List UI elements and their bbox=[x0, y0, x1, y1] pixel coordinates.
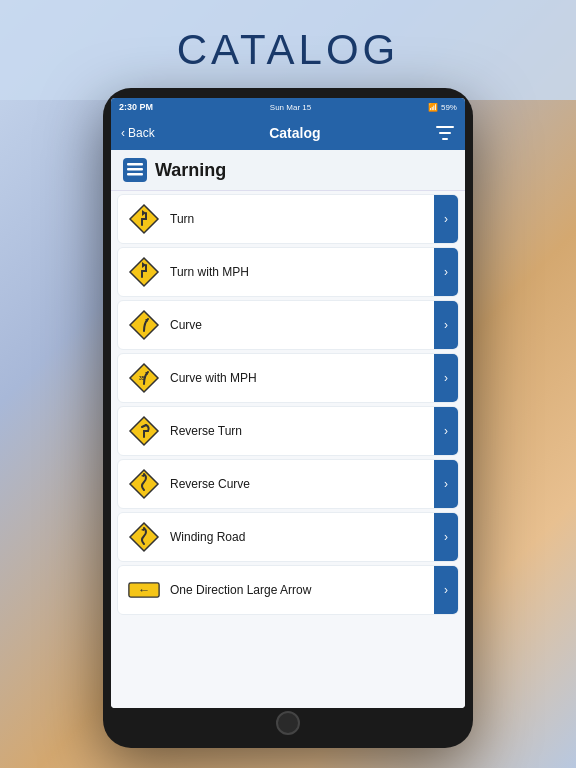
chevron-icon: › bbox=[434, 513, 458, 561]
list-item[interactable]: Turn with MPH › bbox=[117, 247, 459, 297]
sign-icon-turn-mph bbox=[126, 254, 162, 290]
list-icon bbox=[127, 162, 143, 178]
list-item[interactable]: Curve › bbox=[117, 300, 459, 350]
list-item-label: Winding Road bbox=[170, 530, 458, 544]
status-icons: 📶 59% bbox=[428, 103, 457, 112]
svg-rect-2 bbox=[442, 138, 448, 140]
chevron-icon: › bbox=[434, 301, 458, 349]
list-item-label: Turn with MPH bbox=[170, 265, 458, 279]
filter-icon bbox=[436, 125, 454, 141]
sign-icon-curve bbox=[126, 307, 162, 343]
svg-rect-5 bbox=[127, 173, 143, 176]
chevron-icon: › bbox=[434, 195, 458, 243]
sign-icon-reverse-turn bbox=[126, 413, 162, 449]
battery-indicator: 59% bbox=[441, 103, 457, 112]
home-button[interactable] bbox=[111, 708, 465, 738]
list-item-label: Curve with MPH bbox=[170, 371, 458, 385]
nav-bar: ‹ Back Catalog bbox=[111, 116, 465, 150]
section-title: Warning bbox=[155, 160, 226, 181]
chevron-icon: › bbox=[434, 407, 458, 455]
back-label: Back bbox=[128, 126, 155, 140]
home-circle bbox=[276, 711, 300, 735]
svg-text:35: 35 bbox=[139, 375, 145, 381]
chevron-icon: › bbox=[434, 460, 458, 508]
chevron-icon: › bbox=[434, 248, 458, 296]
list-item[interactable]: ← One Direction Large Arrow › bbox=[117, 565, 459, 615]
page-title-area: CATALOG bbox=[0, 0, 576, 100]
sign-icon-winding-road bbox=[126, 519, 162, 555]
list-container[interactable]: Turn › Turn with MPH › bbox=[111, 191, 465, 708]
sign-icon-turn bbox=[126, 201, 162, 237]
tablet-device: 2:30 PM Sun Mar 15 📶 59% ‹ Back Catalog bbox=[103, 88, 473, 748]
list-item-label: One Direction Large Arrow bbox=[170, 583, 458, 597]
svg-text:←: ← bbox=[138, 583, 150, 597]
list-item[interactable]: Turn › bbox=[117, 194, 459, 244]
page-title: CATALOG bbox=[177, 26, 399, 74]
list-item-label: Reverse Curve bbox=[170, 477, 458, 491]
back-chevron-icon: ‹ bbox=[121, 126, 125, 140]
nav-title: Catalog bbox=[269, 125, 320, 141]
svg-rect-4 bbox=[127, 168, 143, 171]
list-item[interactable]: 35 Curve with MPH › bbox=[117, 353, 459, 403]
list-item[interactable]: Reverse Turn › bbox=[117, 406, 459, 456]
svg-rect-1 bbox=[439, 132, 451, 134]
status-date: Sun Mar 15 bbox=[270, 103, 311, 112]
list-item-label: Reverse Turn bbox=[170, 424, 458, 438]
sign-icon-curve-mph: 35 bbox=[126, 360, 162, 396]
svg-rect-0 bbox=[436, 126, 454, 128]
list-item[interactable]: Reverse Curve › bbox=[117, 459, 459, 509]
list-item-label: Curve bbox=[170, 318, 458, 332]
section-header: Warning bbox=[111, 150, 465, 191]
section-icon-box bbox=[123, 158, 147, 182]
wifi-icon: 📶 bbox=[428, 103, 438, 112]
tablet-screen: 2:30 PM Sun Mar 15 📶 59% ‹ Back Catalog bbox=[111, 98, 465, 708]
list-item[interactable]: Winding Road › bbox=[117, 512, 459, 562]
status-bar: 2:30 PM Sun Mar 15 📶 59% bbox=[111, 98, 465, 116]
chevron-icon: › bbox=[434, 566, 458, 614]
list-item-label: Turn bbox=[170, 212, 458, 226]
chevron-icon: › bbox=[434, 354, 458, 402]
status-time: 2:30 PM bbox=[119, 102, 153, 112]
back-button[interactable]: ‹ Back bbox=[121, 126, 155, 140]
sign-icon-arrow: ← bbox=[126, 572, 162, 608]
sign-icon-reverse-curve bbox=[126, 466, 162, 502]
filter-button[interactable] bbox=[435, 123, 455, 143]
svg-rect-3 bbox=[127, 163, 143, 166]
